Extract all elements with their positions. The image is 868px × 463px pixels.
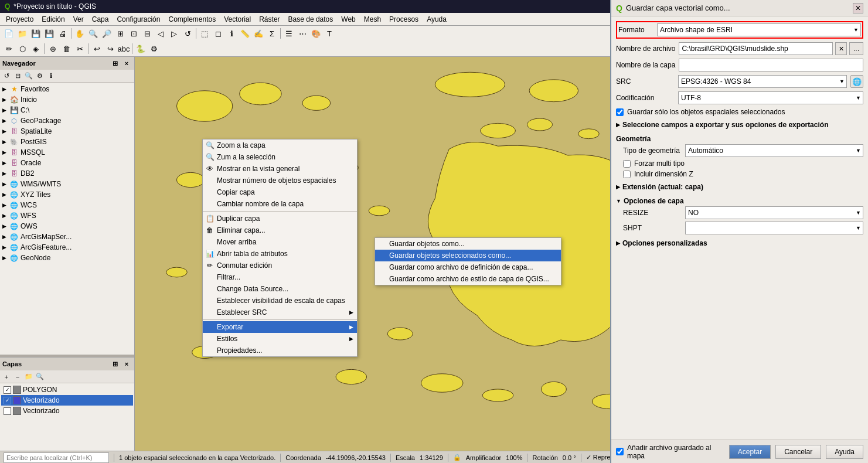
nav-item-wmswmts[interactable]: ▶ 🌐 WMS/WMTS: [1, 179, 133, 189]
text-button[interactable]: T: [323, 27, 336, 40]
layers-filter-btn[interactable]: 🔍: [35, 372, 45, 382]
vertex-button[interactable]: ◈: [29, 42, 42, 55]
menu-web[interactable]: Web: [338, 14, 359, 25]
layer-checkbox-polygon[interactable]: ✓: [4, 386, 11, 394]
menu-configuracion[interactable]: Configuración: [113, 14, 164, 25]
select-area-button[interactable]: ◻: [212, 27, 224, 40]
nav-item-arcgisfeature[interactable]: ▶ 🌐 ArcGisFeature...: [1, 242, 133, 253]
layer-checkbox-vectorizado-1[interactable]: ✓: [4, 397, 11, 404]
select-fields-section[interactable]: ▶ Seleccione campos a exportar y sus opc…: [616, 120, 863, 130]
src-select[interactable]: EPSG:4326 - WGS 84: [678, 75, 847, 88]
save-as-button[interactable]: 💾: [43, 27, 56, 40]
redo-button[interactable]: ↪: [104, 42, 117, 55]
nav-filter-btn[interactable]: 🔍: [23, 71, 34, 81]
layer-item-polygon[interactable]: ✓ POLYGON: [1, 384, 133, 395]
layer-options-header[interactable]: ▼ Opciones de capa: [616, 196, 863, 206]
layers-add-btn[interactable]: +: [1, 372, 12, 382]
nav-item-arcgismapser[interactable]: ▶ 🌐 ArcGisMapSer...: [1, 232, 133, 242]
dialog-close-button[interactable]: ✕: [853, 3, 863, 13]
geometry-header[interactable]: Geometría: [616, 134, 863, 144]
accept-button[interactable]: Aceptar: [729, 445, 771, 459]
nav-info-btn[interactable]: ℹ: [46, 71, 56, 81]
nav-expand-btn[interactable]: ⊞: [110, 58, 120, 69]
menu-base-datos[interactable]: Base de datos: [285, 14, 337, 25]
src-globe-button[interactable]: 🌐: [850, 75, 863, 88]
filename-input[interactable]: [679, 42, 833, 55]
filename-browse-button[interactable]: …: [849, 42, 863, 55]
ctx-guardar-definicion[interactable]: Guardar como archivo de definición de ca…: [375, 261, 561, 273]
menu-complementos[interactable]: Complementos: [165, 14, 219, 25]
print-button[interactable]: 🖨: [56, 27, 69, 40]
ctx-eliminar[interactable]: 🗑 Eliminar capa...: [203, 224, 357, 236]
ctx-abrir-tabla[interactable]: 📊 Abrir tabla de atributos: [203, 248, 357, 260]
geom-type-select[interactable]: Automático: [685, 144, 863, 157]
more-button[interactable]: ⋯: [296, 27, 309, 40]
ctx-propiedades[interactable]: Propiedades...: [203, 345, 357, 356]
layers-remove-btn[interactable]: −: [12, 372, 23, 382]
layer-item-vectorizado-2[interactable]: Vectorizado: [1, 406, 133, 416]
menu-capa[interactable]: Capa: [88, 14, 113, 25]
ctx-zum-seleccion[interactable]: 🔍 Zum a la selección: [203, 151, 357, 163]
select-button[interactable]: ⬚: [198, 27, 211, 40]
nav-item-c[interactable]: ▶ 💾 C:\: [1, 105, 133, 115]
nav-item-ows[interactable]: ▶ 🌐 OWS: [1, 221, 133, 232]
zoom-selection-button[interactable]: ⊡: [127, 27, 140, 40]
menu-proyecto[interactable]: Proyecto: [2, 14, 37, 25]
label-button[interactable]: abc: [117, 42, 130, 55]
identify-button[interactable]: ℹ: [225, 27, 238, 40]
ctx-filtrar[interactable]: Filtrar...: [203, 271, 357, 283]
annotations-button[interactable]: ✍: [252, 27, 265, 40]
ctx-conmutar[interactable]: ✏ Conmutar edición: [203, 260, 357, 271]
include-z-checkbox[interactable]: [623, 171, 631, 178]
pan-button[interactable]: ✋: [73, 27, 86, 40]
filename-clear-button[interactable]: ✕: [835, 42, 847, 55]
nav-item-geopackage[interactable]: ▶ ⬡ GeoPackage: [1, 115, 133, 126]
style-button[interactable]: 🎨: [309, 27, 322, 40]
save-project-button[interactable]: 💾: [29, 27, 42, 40]
custom-options-section[interactable]: ▶ Opciones personalizadas: [616, 238, 863, 248]
nav-settings-btn[interactable]: ⚙: [35, 71, 45, 81]
layers-open-btn[interactable]: 📁: [23, 372, 34, 382]
menu-raster[interactable]: Ráster: [256, 14, 283, 25]
del-button[interactable]: 🗑: [60, 42, 73, 55]
shpt-select[interactable]: [685, 222, 863, 234]
layers-button[interactable]: ☰: [282, 27, 295, 40]
menu-vectorial[interactable]: Vectorial: [220, 14, 254, 25]
nav-refresh-btn[interactable]: ↺: [1, 71, 12, 81]
ctx-exportar[interactable]: Exportar ▶: [203, 321, 357, 333]
ctx-establecer-src[interactable]: Establecer SRC ▶: [203, 307, 357, 318]
ctx-guardar-objetos[interactable]: Guardar objetos como...: [375, 238, 561, 250]
nav-item-mssql[interactable]: ▶ 🗄 MSSQL: [1, 147, 133, 158]
menu-procesos[interactable]: Procesos: [386, 14, 422, 25]
nav-item-postgis[interactable]: ▶ 🐘 PostGIS: [1, 137, 133, 147]
menu-edicion[interactable]: Edición: [38, 14, 68, 25]
extent-section[interactable]: ▶ Extensión (actual: capa): [616, 182, 863, 192]
menu-ayuda[interactable]: Ayuda: [423, 14, 450, 25]
nav-item-db2[interactable]: ▶ 🗄 DB2: [1, 168, 133, 179]
ctx-duplicar[interactable]: 📋 Duplicar capa: [203, 213, 357, 224]
ctx-change-data[interactable]: Change Data Source...: [203, 283, 357, 295]
zoom-in-button[interactable]: 🔍: [87, 27, 100, 40]
ctx-mostrar-vista[interactable]: 👁 Mostrar en la vista general: [203, 163, 357, 175]
refresh-button[interactable]: ↺: [181, 27, 194, 40]
node-button[interactable]: ⬡: [16, 42, 29, 55]
cancel-button[interactable]: Cancelar: [775, 445, 821, 459]
add-to-map-checkbox[interactable]: [616, 448, 624, 455]
zoom-layer-button[interactable]: ⊟: [141, 27, 154, 40]
ctx-zoom-capa[interactable]: 🔍 Zoom a la capa: [203, 139, 357, 151]
ctx-cambiar-nombre[interactable]: Cambiar nombre de la capa: [203, 198, 357, 210]
force-multi-checkbox[interactable]: [623, 160, 631, 168]
new-project-button[interactable]: 📄: [2, 27, 15, 40]
layername-input[interactable]: [679, 59, 863, 72]
nav-close-btn[interactable]: ×: [121, 58, 132, 69]
snap-button[interactable]: ⊕: [46, 42, 59, 55]
nav-item-geonode[interactable]: ▶ 🌐 GeoNode: [1, 253, 133, 263]
nav-collapse-btn[interactable]: ⊟: [12, 71, 23, 81]
nav-item-oracle[interactable]: ▶ 🗄 Oracle: [1, 158, 133, 168]
layers-expand-btn[interactable]: ⊞: [110, 359, 120, 369]
open-project-button[interactable]: 📁: [16, 27, 29, 40]
zoom-out-button[interactable]: 🔎: [100, 27, 113, 40]
ctx-mover-arriba[interactable]: Mover arriba: [203, 236, 357, 248]
menu-mesh[interactable]: Mesh: [360, 14, 384, 25]
layer-item-vectorizado-1[interactable]: ✓ Vectorizado: [1, 395, 133, 406]
